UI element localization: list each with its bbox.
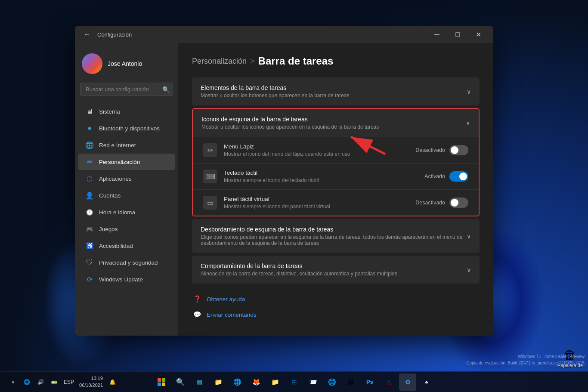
section-desbordamiento-title: Desbordamiento de esquina de la barra de… [201, 226, 467, 233]
tray-lang: ESP [62, 379, 76, 385]
toggle-item-teclado-tactil: ⌨ Teclado táctil Mostrar siempre el icon… [193, 163, 479, 189]
search-input[interactable] [80, 83, 173, 96]
sidebar-item-accesibilidad[interactable]: ♿ Accesibilidad [78, 238, 175, 254]
cuentas-icon: 👤 [85, 191, 94, 200]
user-avatar[interactable] [82, 53, 102, 74]
user-section: Jose Antonio [75, 50, 178, 83]
panel-tactil-icon: ▭ [203, 196, 217, 210]
window-body: Jose Antonio 🔍 🖥 Sistema ● Bluetooth y d… [75, 43, 493, 336]
minimize-button[interactable]: ─ [427, 28, 447, 41]
panel-tactil-toggle[interactable] [449, 198, 468, 208]
system-tray: ∧ 🌐 🔊 🔋 ESP 13:19 06/10/2021 🔔 [3, 374, 122, 390]
teclado-tactil-icon: ⌨ [203, 170, 217, 183]
window-controls: ─ □ ✕ [427, 28, 488, 41]
windows-update-icon: ⟳ [85, 275, 94, 284]
taskbar-photos[interactable]: 🖼 [342, 373, 359, 391]
sidebar-item-juegos[interactable]: 🎮 Juegos [78, 221, 175, 237]
tray-battery-icon[interactable]: 🔋 [46, 376, 62, 388]
notification-center-icon[interactable]: 🔔 [106, 374, 118, 390]
juegos-icon: 🎮 [85, 225, 94, 233]
menu-lapiz-state: Desactivado [415, 147, 445, 153]
send-feedback-icon: 💬 [192, 309, 202, 320]
sidebar-item-label: Juegos [99, 226, 118, 232]
section-comportamiento-header[interactable]: Comportamiento de la barra de tareas Ali… [192, 256, 480, 284]
sidebar-item-personalizacion[interactable]: ✏ Personalización [78, 154, 175, 170]
taskbar-clock[interactable]: 13:19 06/10/2021 [77, 375, 105, 389]
taskbar-firefox[interactable]: 🦊 [248, 373, 265, 391]
toggle-item-menu-lapiz: ✏ Menú Lápiz Mostrar el icono del menú d… [193, 137, 479, 163]
section-iconos-chevron: ∧ [466, 120, 470, 127]
teclado-tactil-toggle[interactable] [449, 171, 468, 182]
accesibilidad-icon: ♿ [85, 241, 94, 250]
hora-icon: 🕐 [85, 208, 94, 216]
help-section: ❓ Obtener ayuda 💬 Enviar comentarios [192, 294, 480, 320]
taskbar-settings[interactable]: ⚙ [399, 373, 416, 391]
user-name: Jose Antonio [108, 60, 142, 67]
sidebar-item-windows-update[interactable]: ⟳ Windows Update [78, 271, 175, 287]
sidebar-item-label: Windows Update [99, 276, 143, 283]
tray-chevron[interactable]: ∧ [7, 374, 19, 390]
send-feedback-link[interactable]: 💬 Enviar comentarios [192, 309, 480, 320]
sidebar-item-sistema[interactable]: 🖥 Sistema [78, 103, 175, 120]
teclado-tactil-title: Teclado táctil [224, 170, 424, 176]
section-elementos-chevron: ∨ [467, 88, 471, 95]
menu-lapiz-text: Menú Lápiz Mostrar el icono del menú del… [224, 143, 415, 157]
sidebar-item-red[interactable]: 🌐 Red e Internet [78, 137, 175, 153]
taskbar-steam[interactable]: ♠ [418, 373, 435, 391]
section-elementos-header[interactable]: Elementos de la barra de tareas Mostrar … [192, 77, 480, 105]
section-desbordamiento-header[interactable]: Desbordamiento de esquina de la barra de… [192, 219, 480, 253]
breadcrumb: Personalización > Barra de tareas [192, 55, 480, 67]
taskbar: 🔍 ▦ 📁 🌐 🦊 📁 ⊞ 📨 🌐 🖼 Ps [0, 371, 588, 392]
taskbar-ps[interactable]: Ps [361, 373, 378, 391]
tray-network-icon[interactable]: 🌐 [21, 374, 33, 390]
section-elementos-title: Elementos de la barra de tareas [201, 84, 350, 91]
taskbar-edge[interactable]: 🌐 [229, 373, 246, 391]
svg-rect-4 [158, 383, 161, 386]
red-icon: 🌐 [85, 141, 94, 149]
toggle-item-panel-tactil: ▭ Panel táctil virtual Mostrar siempre e… [193, 189, 479, 216]
taskbar-files2[interactable]: 📁 [266, 373, 284, 391]
section-desbordamiento: Desbordamiento de esquina de la barra de… [192, 219, 480, 253]
section-elementos-title-block: Elementos de la barra de tareas Mostrar … [201, 84, 350, 99]
taskbar-store[interactable]: ⊞ [285, 373, 303, 391]
taskbar-search[interactable]: 🔍 [172, 373, 189, 391]
sidebar-item-label: Red e Internet [99, 142, 136, 148]
taskbar-center: 🔍 ▦ 📁 🌐 🦊 📁 ⊞ 📨 🌐 🖼 Ps [153, 373, 435, 391]
taskbar-mail[interactable]: 📨 [304, 373, 322, 391]
sidebar-item-hora[interactable]: 🕐 Hora e idioma [78, 204, 175, 220]
sidebar-item-bluetooth[interactable]: ● Bluetooth y dispositivos [78, 120, 175, 136]
section-desbordamiento-chevron: ∨ [467, 233, 471, 240]
get-help-label: Obtener ayuda [207, 296, 245, 302]
section-iconos-subtitle: Mostrar u ocultar los iconos que aparece… [201, 124, 379, 130]
personalizacion-icon: ✏ [85, 157, 94, 166]
taskbar-files[interactable]: 📁 [210, 373, 227, 391]
back-button[interactable]: ← [80, 28, 94, 41]
section-comportamiento-title: Comportamiento de la barra de tareas [201, 262, 397, 269]
maximize-button[interactable]: □ [448, 28, 467, 41]
teclado-tactil-text: Teclado táctil Mostrar siempre el icono … [224, 170, 424, 183]
taskbar-start[interactable] [153, 373, 170, 391]
section-iconos-header[interactable]: Iconos de esquina de la barra de tareas … [193, 109, 479, 137]
close-button[interactable]: ✕ [468, 28, 488, 41]
taskbar-network[interactable]: 🌐 [323, 373, 340, 391]
section-elementos: Elementos de la barra de tareas Mostrar … [192, 77, 480, 105]
sidebar: Jose Antonio 🔍 🖥 Sistema ● Bluetooth y d… [75, 43, 178, 336]
section-comportamiento: Comportamiento de la barra de tareas Ali… [192, 256, 480, 284]
taskbar-widgets[interactable]: ▦ [191, 373, 208, 391]
aplicaciones-icon: ⬡ [85, 174, 94, 183]
sistema-icon: 🖥 [85, 107, 94, 116]
teclado-tactil-desc: Mostrar siempre el icono del teclado tác… [224, 177, 424, 183]
svg-rect-2 [158, 378, 161, 382]
tray-volume-icon[interactable]: 🔊 [34, 374, 46, 390]
get-help-link[interactable]: ❓ Obtener ayuda [192, 294, 480, 304]
panel-tactil-state: Desactivado [415, 200, 445, 206]
breadcrumb-parent[interactable]: Personalización [192, 57, 247, 66]
menu-lapiz-toggle[interactable] [449, 145, 468, 155]
sidebar-nav: 🖥 Sistema ● Bluetooth y dispositivos 🌐 R… [75, 103, 178, 288]
sidebar-item-label: Bluetooth y dispositivos [99, 125, 160, 132]
sidebar-item-privacidad[interactable]: 🛡 Privacidad y seguridad [78, 254, 175, 271]
search-box: 🔍 [80, 83, 173, 96]
sidebar-item-aplicaciones[interactable]: ⬡ Aplicaciones [78, 170, 175, 187]
sidebar-item-cuentas[interactable]: 👤 Cuentas [78, 187, 175, 204]
taskbar-acrobat[interactable]: △ [380, 373, 397, 391]
